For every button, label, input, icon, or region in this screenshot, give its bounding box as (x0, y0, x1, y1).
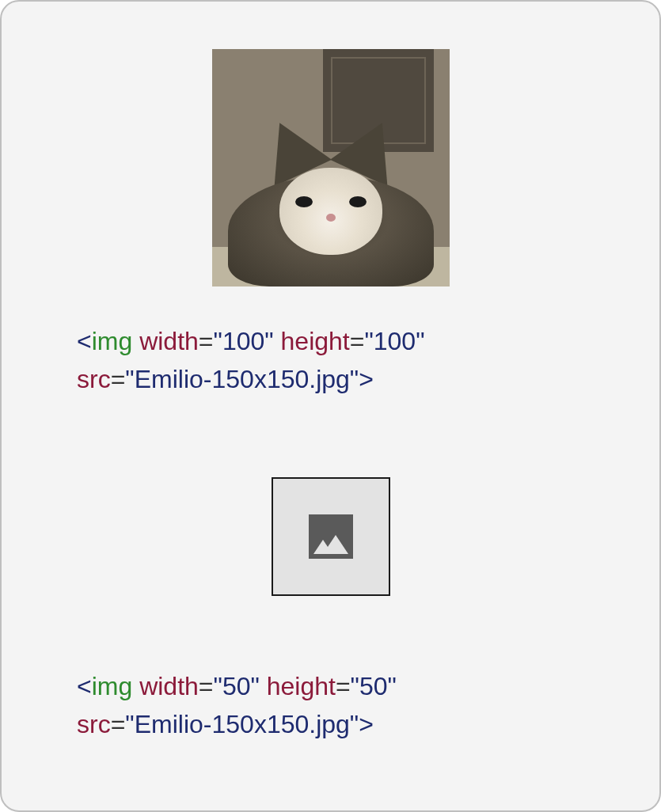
code-attr-name: src (77, 365, 111, 393)
code-attr-name: height (267, 672, 336, 700)
code-attr-value: "Emilio-150x150.jpg" (125, 710, 359, 738)
example-block-2: <img width="50" height="50" src="Emilio-… (65, 477, 596, 743)
code-bracket: > (359, 710, 374, 738)
code-attr-value: "100" (214, 327, 274, 355)
code-tag: img (92, 672, 133, 700)
code-attr-name: width (139, 672, 199, 700)
document-card: <img width="100" height="100" src="Emili… (0, 0, 661, 812)
code-bracket: < (77, 672, 92, 700)
code-eq: = (111, 365, 126, 393)
code-attr-value: "50" (351, 672, 397, 700)
code-snippet-2-line1: <img width="50" height="50" (65, 667, 596, 705)
code-attr-value: "Emilio-150x150.jpg" (125, 365, 359, 393)
code-eq: = (199, 327, 214, 355)
code-attr-value: "50" (214, 672, 260, 700)
placeholder-image-box (272, 477, 390, 596)
code-snippet-1-line2: src="Emilio-150x150.jpg"> (65, 360, 596, 398)
code-eq: = (350, 327, 365, 355)
code-bracket: < (77, 327, 92, 355)
code-snippet-2-line2: src="Emilio-150x150.jpg"> (65, 705, 596, 743)
code-eq: = (336, 672, 351, 700)
code-attr-name: height (281, 327, 350, 355)
code-attr-name: src (77, 710, 111, 738)
code-snippet-1-line1: <img width="100" height="100" (65, 322, 596, 360)
image-placeholder-icon (309, 514, 353, 559)
example-block-1: <img width="100" height="100" src="Emili… (65, 49, 596, 398)
code-eq: = (111, 710, 126, 738)
code-attr-name: width (139, 327, 199, 355)
cat-photo-image (212, 49, 450, 286)
code-bracket: > (359, 365, 374, 393)
code-eq: = (199, 672, 214, 700)
code-tag: img (92, 327, 133, 355)
code-attr-value: "100" (364, 327, 424, 355)
